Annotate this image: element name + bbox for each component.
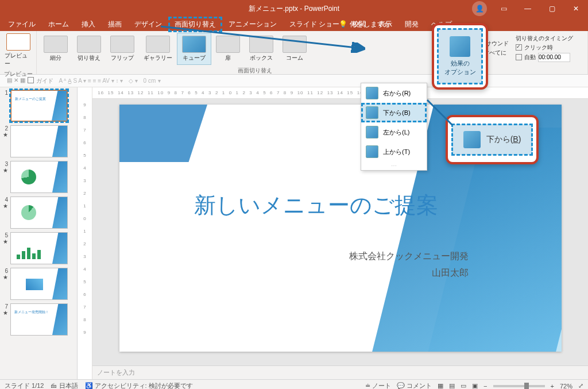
window-title: 新メニュー.pptx - PowerPoint — [249, 4, 339, 14]
tab-insert[interactable]: 挿入 — [76, 17, 101, 32]
slide-counter: スライド 1/12 — [5, 382, 44, 389]
tab-slideshow[interactable]: スライド ショー — [284, 17, 345, 32]
status-bar: スライド 1/12 🖮 日本語 ♿ アクセシビリティ: 検討が必要です ≐ ノー… — [0, 379, 588, 389]
cube-icon — [450, 36, 470, 57]
thumbnail-2[interactable]: 2★ — [1, 125, 76, 157]
callout-effect-options: 効果の オプション — [432, 23, 488, 90]
fit-window-icon[interactable]: ⤢ — [578, 382, 583, 389]
option-from-bottom[interactable]: 下から(B) — [361, 103, 427, 122]
comments-button[interactable]: 💬 コメント — [397, 382, 432, 389]
minimize-button[interactable]: ― — [516, 0, 540, 17]
maximize-button[interactable]: ▢ — [540, 0, 564, 17]
transition-doors[interactable]: 扉 — [211, 33, 245, 64]
option-from-right[interactable]: 右から(R) — [361, 83, 427, 103]
zoom-out-button[interactable]: − — [483, 383, 487, 390]
view-slideshow-icon[interactable]: ▣ — [472, 382, 478, 389]
thumbnail-6[interactable]: 6★ — [1, 268, 76, 300]
menu-tabs: ファイル ホーム 挿入 描画 デザイン 画面切り替え アニメーション スライド … — [0, 17, 588, 31]
view-sorter-icon[interactable]: ▤ — [449, 382, 455, 389]
notes-button[interactable]: ≐ ノート — [365, 382, 391, 389]
slide-title[interactable]: 新しいメニューのご提案 — [194, 191, 438, 220]
vertical-ruler: 9876543210123456789 — [78, 87, 92, 379]
view-normal-icon[interactable]: ▦ — [438, 382, 443, 389]
window-controls: 👤 ▭ ― ▢ ✕ — [467, 0, 588, 17]
thumbnail-panel[interactable]: 1新メニューのご提案 2★ 3★ 4★ 5★ 6★ 7★新メニュー発売開始！ — [0, 87, 78, 379]
cube-icon — [463, 131, 481, 148]
titlebar: 新メニュー.pptx - PowerPoint 👤 ▭ ― ▢ ✕ — [0, 0, 588, 17]
transition-subdivide[interactable]: 細分 — [39, 33, 72, 64]
ribbon-display-icon[interactable]: ▭ — [492, 0, 516, 17]
tab-draw[interactable]: 描画 — [102, 17, 127, 32]
on-click-checkbox[interactable]: クリック時 — [516, 44, 573, 52]
group-label-transitions: 画面切り替え — [37, 67, 473, 75]
option-from-top[interactable]: 上から(T) — [361, 142, 427, 161]
accessibility-check[interactable]: ♿ アクセシビリティ: 検討が必要です — [85, 382, 193, 389]
thumbnail-7[interactable]: 7★新メニュー発売開始！ — [1, 303, 76, 336]
account-icon[interactable]: 👤 — [467, 0, 492, 17]
ribbon: プレビュー プレビュー 細分 切り替え フリップ ギャラリー キューブ 扉 ボッ… — [0, 31, 588, 75]
effect-options-dropdown: 右から(R) 下から(B) 左から(L) 上から(T) ⋯ — [361, 83, 427, 171]
tell-me[interactable]: 💡 何をしますか — [339, 20, 391, 29]
tab-file[interactable]: ファイル — [2, 17, 41, 32]
transition-box[interactable]: ボックス — [245, 33, 278, 64]
slide-subtitle[interactable]: 株式会社クックメニュー開発 山田太郎 — [349, 248, 469, 282]
tab-design[interactable]: デザイン — [129, 17, 168, 32]
thumbnail-5[interactable]: 5★ — [1, 232, 76, 264]
transition-cube[interactable]: キューブ — [177, 33, 211, 65]
transition-switch[interactable]: 切り替え — [72, 33, 106, 64]
notes-pane[interactable]: ノートを入力 — [92, 365, 588, 379]
transition-comb[interactable]: コーム — [278, 33, 311, 64]
guide-toggle[interactable]: ガイド — [36, 77, 53, 85]
thumbnail-1[interactable]: 1新メニューのご提案 — [1, 90, 76, 122]
tab-animations[interactable]: アニメーション — [223, 17, 283, 32]
tab-home[interactable]: ホーム — [42, 17, 75, 32]
auto-time-input[interactable] — [538, 53, 570, 62]
close-button[interactable]: ✕ — [564, 0, 588, 17]
zoom-in-button[interactable]: + — [551, 383, 554, 390]
horizontal-ruler: 16 15 14 13 12 11 10 9 8 7 6 5 4 3 2 1 0… — [92, 87, 588, 99]
lang-indicator[interactable]: 🖮 日本語 — [51, 382, 78, 389]
format-bar: ▤ ✕ ▦ ガイド A ᴬ A̲ S A ▾ ≡ ≡ ≡ AV ▾ ↕ ▾ ◇ … — [0, 75, 588, 87]
zoom-level[interactable]: 72% — [560, 383, 572, 390]
auto-advance-checkbox[interactable]: 自動 — [516, 53, 573, 62]
thumbnail-3[interactable]: 3★ — [1, 161, 76, 193]
option-from-left[interactable]: 左から(L) — [361, 122, 427, 142]
preview-button[interactable]: プレビュー — [0, 31, 36, 70]
tab-developer[interactable]: 開発 — [399, 17, 424, 32]
thumbnail-4[interactable]: 4★ — [1, 197, 76, 229]
transition-gallery[interactable]: ギャラリー — [139, 33, 177, 64]
timing-heading: 切り替えのタイミング — [516, 34, 573, 43]
view-reading-icon[interactable]: ▭ — [461, 382, 466, 389]
tab-transitions[interactable]: 画面切り替え — [169, 17, 222, 32]
zoom-slider[interactable] — [493, 385, 545, 387]
callout-from-bottom: 下から(B) — [446, 115, 539, 164]
size-display: 0 cm — [144, 78, 156, 84]
transition-flip[interactable]: フリップ — [106, 33, 139, 64]
